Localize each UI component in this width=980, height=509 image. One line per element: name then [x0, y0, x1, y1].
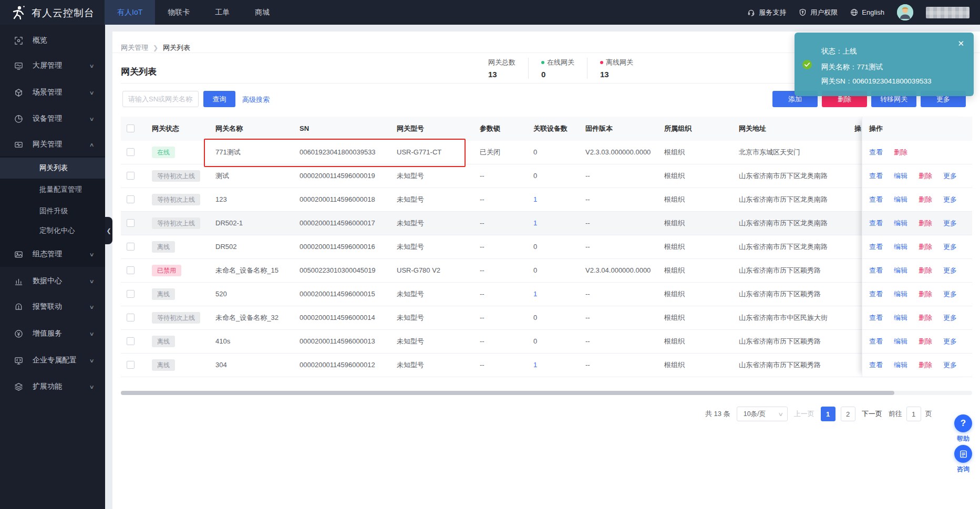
search-input[interactable]: [122, 91, 199, 107]
sidebar-collapse-handle[interactable]: ❮: [105, 217, 112, 244]
edit-link[interactable]: 编辑: [894, 337, 907, 346]
delete-link[interactable]: 删除: [919, 171, 932, 181]
edit-link[interactable]: 编辑: [894, 266, 907, 275]
delete-link[interactable]: 删除: [919, 360, 932, 370]
view-link[interactable]: 查看: [869, 195, 883, 204]
sidebar-subitem-3[interactable]: 定制化中心: [0, 220, 105, 241]
tab-0[interactable]: 有人IoT: [105, 0, 155, 25]
sidebar-item-3[interactable]: 设备管理∨: [0, 107, 105, 131]
row-checkbox[interactable]: [127, 243, 135, 251]
cell-device-count[interactable]: 1: [533, 283, 537, 306]
close-icon[interactable]: ✕: [957, 39, 964, 47]
cell-model: USR-G771-CT: [397, 141, 441, 164]
delete-link[interactable]: 删除: [919, 242, 932, 252]
next-page-button[interactable]: 下一页: [862, 409, 882, 419]
row-checkbox[interactable]: [127, 266, 135, 274]
more-link[interactable]: 更多: [943, 337, 957, 346]
sidebar-item-5[interactable]: 组态管理∨: [0, 242, 105, 266]
delete-link[interactable]: 删除: [894, 148, 907, 157]
cell-device-count[interactable]: 1: [533, 212, 537, 235]
row-checkbox[interactable]: [127, 148, 135, 156]
more-link[interactable]: 更多: [943, 219, 957, 228]
horizontal-scrollbar-thumb[interactable]: [121, 391, 894, 395]
row-actions-9: 查看编辑删除更多: [862, 354, 972, 377]
edit-link[interactable]: 编辑: [894, 171, 907, 181]
more-link[interactable]: 更多: [943, 360, 957, 370]
edit-link[interactable]: 编辑: [894, 242, 907, 252]
sidebar-subitem-0[interactable]: 网关列表: [0, 158, 105, 179]
view-link[interactable]: 查看: [869, 219, 883, 228]
more-link[interactable]: 更多: [943, 195, 957, 204]
page-numbers: 12: [821, 407, 855, 421]
goto-page-input[interactable]: [906, 407, 921, 421]
view-link[interactable]: 查看: [869, 360, 883, 370]
view-link[interactable]: 查看: [869, 171, 883, 181]
delete-link[interactable]: 删除: [919, 313, 932, 323]
language-switch[interactable]: English: [850, 8, 884, 16]
advanced-search-link[interactable]: 高级搜索: [242, 95, 270, 105]
sidebar-item-6[interactable]: 数据中心∨: [0, 269, 105, 293]
more-link[interactable]: 更多: [943, 266, 957, 275]
service-support-link[interactable]: 服务支持: [747, 8, 786, 17]
sidebar-item-4[interactable]: 网关管理∧: [0, 132, 105, 157]
edit-link[interactable]: 编辑: [894, 313, 907, 323]
tab-2[interactable]: 工单: [202, 0, 242, 25]
row-checkbox[interactable]: [127, 314, 135, 321]
sidebar-subitem-2[interactable]: 固件升级: [0, 201, 105, 222]
chevron-down-icon: ∨: [89, 384, 94, 390]
sidebar-item-10[interactable]: 扩展功能∨: [0, 375, 105, 399]
row-checkbox[interactable]: [127, 219, 135, 227]
delete-link[interactable]: 删除: [919, 266, 932, 275]
search-button[interactable]: 查询: [203, 91, 235, 107]
breadcrumb-gateway-mgmt[interactable]: 网关管理: [121, 43, 148, 53]
clipped-column-header: 操作: [854, 117, 861, 141]
avatar[interactable]: [897, 4, 913, 20]
edit-link[interactable]: 编辑: [894, 360, 907, 370]
tab-3[interactable]: 商城: [242, 0, 282, 25]
help-floating-button[interactable]: ? 帮助: [953, 414, 974, 443]
view-link[interactable]: 查看: [869, 242, 883, 252]
page-size-select[interactable]: 10条/页 ∨: [737, 407, 788, 421]
tab-1[interactable]: 物联卡: [155, 0, 202, 25]
view-link[interactable]: 查看: [869, 148, 883, 157]
sidebar-item-2[interactable]: 场景管理∨: [0, 80, 105, 105]
row-checkbox[interactable]: [127, 290, 135, 298]
select-all-checkbox[interactable]: [127, 124, 135, 132]
view-link[interactable]: 查看: [869, 313, 883, 323]
sidebar-item-0[interactable]: 概览: [0, 28, 105, 53]
more-link[interactable]: 更多: [943, 289, 957, 299]
user-permission-link[interactable]: 用户权限: [799, 8, 838, 17]
page-number-2[interactable]: 2: [841, 407, 855, 421]
more-link[interactable]: 更多: [943, 171, 957, 181]
column-header-firmware: 固件版本: [585, 117, 613, 141]
row-checkbox[interactable]: [127, 172, 135, 180]
more-link[interactable]: 更多: [943, 242, 957, 252]
more-link[interactable]: 更多: [943, 313, 957, 323]
sidebar-item-1[interactable]: 大屏管理∨: [0, 54, 105, 78]
row-checkbox[interactable]: [127, 337, 135, 345]
view-link[interactable]: 查看: [869, 266, 883, 275]
cell-firmware: --: [585, 164, 590, 188]
edit-link[interactable]: 编辑: [894, 219, 907, 228]
view-link[interactable]: 查看: [869, 337, 883, 346]
row-checkbox[interactable]: [127, 195, 135, 203]
delete-link[interactable]: 删除: [919, 337, 932, 346]
page-number-1[interactable]: 1: [821, 407, 835, 421]
row-checkbox[interactable]: [127, 361, 135, 369]
cell-device-count[interactable]: 1: [533, 188, 537, 211]
user-name-blurred[interactable]: [926, 7, 969, 18]
cell-device-count[interactable]: 1: [533, 354, 537, 377]
consult-floating-button[interactable]: 咨询: [953, 445, 974, 474]
delete-link[interactable]: 删除: [919, 219, 932, 228]
prev-page-button[interactable]: 上一页: [794, 409, 814, 419]
status-badge: 离线: [152, 241, 175, 253]
edit-link[interactable]: 编辑: [894, 289, 907, 299]
delete-link[interactable]: 删除: [919, 195, 932, 204]
sidebar-item-8[interactable]: 增值服务∨: [0, 321, 105, 346]
edit-link[interactable]: 编辑: [894, 195, 907, 204]
view-link[interactable]: 查看: [869, 289, 883, 299]
sidebar-item-7[interactable]: 报警联动∨: [0, 295, 105, 319]
sidebar-subitem-1[interactable]: 批量配置管理: [0, 179, 105, 200]
sidebar-item-9[interactable]: 企业专属配置∨: [0, 348, 105, 372]
delete-link[interactable]: 删除: [919, 289, 932, 299]
